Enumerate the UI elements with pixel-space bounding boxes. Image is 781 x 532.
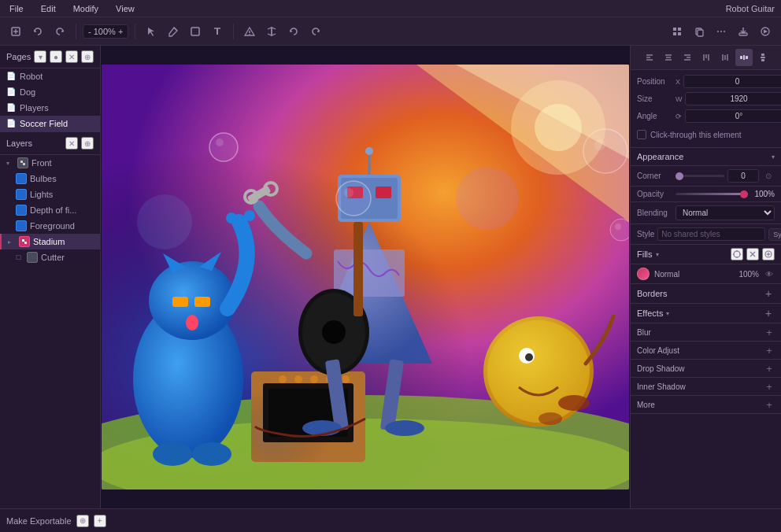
menu-file[interactable]: File [6,2,27,15]
undo-button[interactable] [28,22,47,41]
fills-delete-btn[interactable] [746,248,759,260]
layer-foreground[interactable]: Foreground [0,218,100,234]
layers-section: Layers ✕ ⊕ ▾ Front Bulbes [0,131,100,508]
preview-btn[interactable] [756,22,775,41]
style-input[interactable] [657,227,765,241]
align-right-btn[interactable] [679,49,696,66]
corner-value-input[interactable] [727,169,759,183]
menu-view[interactable]: View [113,2,138,15]
page-item-dog[interactable]: 📄 Dog [0,84,100,100]
corner-slider-track[interactable] [676,175,724,177]
align-center-h-btn[interactable] [660,49,677,66]
new-button[interactable] [6,22,25,41]
layer-bulbes[interactable]: Bulbes [0,171,100,187]
alert-tool[interactable] [240,22,259,41]
top-right-icons [668,22,775,41]
canvas-area[interactable] [101,46,630,508]
pointer-tool[interactable] [142,22,161,41]
layer-depth[interactable]: Depth of fi... [0,202,100,218]
fills-header: Fills ▾ [631,245,781,264]
fills-settings-btn[interactable] [731,248,743,260]
export-btn[interactable] [734,22,753,41]
pages-menu-btn[interactable]: ▾ [34,50,46,63]
grid-view-btn[interactable] [668,22,687,41]
menu-edit[interactable]: Edit [38,2,59,15]
effects-title: Effects [637,308,663,318]
flip-h-tool[interactable] [262,22,281,41]
menu-modify[interactable]: Modify [70,2,102,15]
align-middle-btn[interactable] [716,49,734,66]
inner-shadow-add-btn[interactable]: + [764,381,775,392]
page-icon-soccer: 📄 [6,119,16,128]
layers-mask-btn[interactable]: ⊕ [81,137,94,150]
copy-btn[interactable] [690,22,709,41]
color-adjust-add-btn[interactable]: + [764,345,775,356]
svg-point-54 [192,442,231,466]
blending-row: Blending Normal Multiply Screen Overlay [631,202,781,224]
canvas-image [102,65,629,490]
export-settings-btn[interactable]: ⊕ [76,515,89,527]
svg-point-81 [209,133,238,161]
layer-stadium[interactable]: ▸ Stadium [0,234,100,249]
rotate-ccw-tool[interactable] [284,22,303,41]
pages-delete-btn[interactable]: ✕ [65,50,78,63]
svg-point-88 [615,224,621,230]
effects-add-btn[interactable]: + [762,307,775,320]
fills-title: Fills [637,249,653,259]
layer-icon-depth [16,205,27,216]
effects-header: Effects ▾ + [631,304,781,323]
redo-button[interactable] [50,22,69,41]
width-input[interactable] [685,92,781,105]
sync-button[interactable]: Sync [768,228,781,241]
svg-rect-47 [172,297,188,307]
fill-visibility-btn[interactable]: 👁 [764,268,775,279]
click-through-checkbox[interactable] [637,130,646,139]
appearance-header[interactable]: Appearance ▾ [631,148,781,166]
pages-dot-btn[interactable]: ● [50,50,62,63]
fills-add-btn[interactable] [762,248,775,260]
align-left-btn[interactable] [641,49,658,66]
svg-rect-24 [20,161,23,163]
borders-add-btn[interactable]: + [762,287,775,300]
text-tool[interactable] [208,22,227,41]
layers-delete-btn[interactable]: ✕ [65,137,78,150]
page-icon-robot: 📄 [6,72,16,81]
distribute-v-btn[interactable] [754,49,772,66]
rotate-cw-tool[interactable] [306,22,325,41]
pages-add-btn[interactable]: ⊕ [81,50,94,63]
pen-tool[interactable] [164,22,183,41]
corner-link-btn[interactable]: ⊙ [762,170,775,183]
more-add-btn[interactable]: + [764,399,775,410]
layer-front[interactable]: ▾ Front [0,155,100,171]
svg-point-82 [216,139,224,146]
page-item-robot[interactable]: 📄 Robot [0,68,100,84]
svg-rect-113 [761,59,764,61]
svg-line-4 [174,28,177,31]
layers-header: Layers ✕ ⊕ [0,131,100,155]
style-row: Style Sync [631,224,781,245]
main-layout: Pages ▾ ● ✕ ⊕ 📄 Robot 📄 Dog 📄 Players 📄 … [0,46,781,508]
fill-color-swatch[interactable] [637,268,650,280]
angle-row: Angle ⟳ Transform [637,109,775,123]
align-top-btn[interactable] [698,49,715,66]
zoom-display[interactable]: - 100% + [83,24,128,39]
export-add-btn[interactable]: + [94,515,106,527]
drop-shadow-add-btn[interactable]: + [764,363,775,374]
more-btn[interactable] [712,22,731,41]
layer-icon-cutter [27,252,38,263]
angle-input[interactable] [685,109,781,123]
svg-point-42 [342,375,350,383]
page-item-soccer-field[interactable]: 📄 Soccer Field [0,116,100,131]
opacity-slider-track[interactable] [676,193,748,195]
effect-inner-shadow: Inner Shadow + [631,378,781,396]
svg-point-62 [365,147,373,155]
distribute-h-btn[interactable] [735,49,753,66]
x-position-input[interactable] [683,75,781,88]
layer-lights[interactable]: Lights [0,187,100,202]
rectangle-tool[interactable] [186,22,205,41]
layer-cutter[interactable]: ☐ Cutter [0,249,100,265]
svg-point-79 [539,412,562,425]
page-item-players[interactable]: 📄 Players [0,100,100,116]
blur-add-btn[interactable]: + [764,327,775,338]
blending-select[interactable]: Normal Multiply Screen Overlay [676,205,775,220]
